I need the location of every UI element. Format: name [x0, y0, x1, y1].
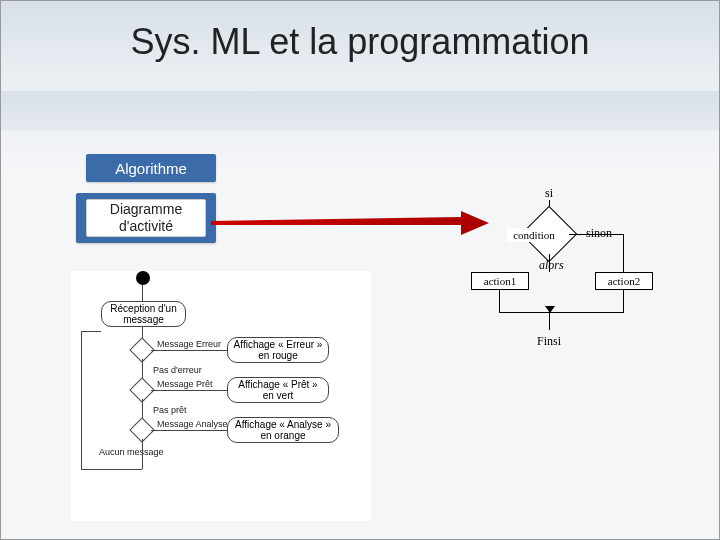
svg-marker-0 — [211, 211, 489, 235]
lbl-msg-analyse: Message Analyse — [157, 419, 228, 429]
activity-diagram: Réception d'un message Message Erreur Af… — [71, 271, 371, 521]
lbl-msg-pret: Message Prêt — [157, 379, 213, 389]
arrow-red — [211, 211, 491, 241]
lbl-pas-pret: Pas prêt — [153, 405, 187, 415]
flow-action2: action2 — [595, 272, 653, 290]
act-reception: Réception d'un message — [101, 301, 186, 327]
act-aff-erreur: Affichage « Erreur » en rouge — [227, 337, 329, 363]
lbl-msg-erreur: Message Erreur — [157, 339, 221, 349]
flowchart-si: si condition sinon alors action1 action2… — [451, 186, 671, 386]
background-bar — [1, 91, 719, 131]
start-node — [136, 271, 150, 285]
lbl-pas-erreur: Pas d'erreur — [153, 365, 202, 375]
flow-condition: condition — [507, 228, 561, 242]
tab-diagramme: Diagramme d'activité — [86, 199, 206, 237]
tab-algorithme: Algorithme — [86, 154, 216, 182]
flow-si: si — [545, 186, 553, 201]
act-aff-pret: Affichage « Prêt » en vert — [227, 377, 329, 403]
flow-alors: alors — [539, 258, 564, 273]
lbl-aucun: Aucun message — [99, 447, 164, 457]
act-aff-analyse: Affichage « Analyse » en orange — [227, 417, 339, 443]
page-title: Sys. ML et la programmation — [1, 21, 719, 63]
flow-finsi: Finsi — [537, 334, 561, 349]
flow-action1: action1 — [471, 272, 529, 290]
